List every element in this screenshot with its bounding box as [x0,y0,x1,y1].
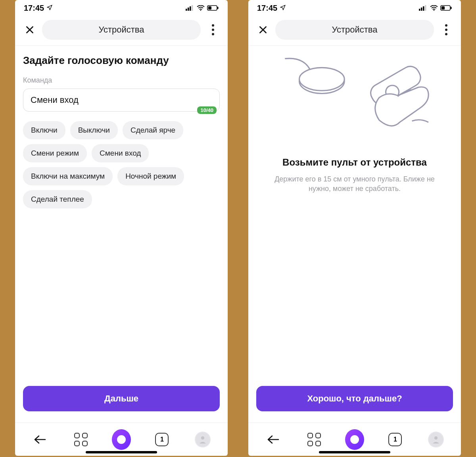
status-time: 17:45 [24,4,44,13]
cellular-icon [419,4,428,13]
header-title-pill[interactable]: Устройства [42,20,201,40]
back-button[interactable] [31,430,50,449]
chip[interactable]: Включи на максимум [23,167,113,185]
svg-rect-16 [441,6,445,10]
svg-rect-0 [186,9,187,11]
wifi-icon [197,4,205,13]
command-field-wrap: 10/40 [23,89,220,112]
profile-button[interactable] [426,430,445,449]
svg-point-4 [200,10,202,10]
status-time: 17:45 [257,4,277,13]
tab-count: 1 [388,433,402,446]
alice-icon [345,429,364,450]
content-area: Задайте голосовую команду Команда 10/40 … [15,46,228,386]
services-button[interactable] [71,430,90,449]
chip[interactable]: Ночной режим [117,167,184,185]
svg-rect-9 [419,9,420,11]
chip[interactable]: Сделай ярче [123,121,183,139]
chip[interactable]: Выключи [70,121,118,139]
svg-rect-7 [208,6,211,10]
phone-right: 17:45 Устройства [248,0,461,456]
svg-point-13 [434,10,435,10]
command-input[interactable] [23,89,220,112]
services-button[interactable] [305,430,324,449]
svg-rect-6 [217,7,219,9]
page-title: Задайте голосовую команду [23,54,220,67]
svg-rect-1 [188,8,189,11]
header-title-pill[interactable]: Устройства [275,20,434,40]
instruction-subtitle: Держите его в 15 см от умного пульта. Бл… [268,174,441,194]
alice-icon [112,429,131,450]
instruction-heading: Возьмите пульт от устройства [256,157,453,168]
chip[interactable]: Сделай теплее [23,190,92,208]
cellular-icon [186,4,194,13]
wifi-icon [430,4,438,13]
home-indicator[interactable] [319,451,390,453]
svg-point-21 [434,436,438,440]
next-button[interactable]: Дальше [23,386,220,411]
menu-button[interactable] [206,24,220,35]
suggestion-chips: Включи Выключи Сделай ярче Смени режим С… [23,121,220,208]
phone-left: 17:45 Устройства Задайте голосовую ко [15,0,228,456]
app-header: Устройства [15,16,228,46]
svg-rect-3 [192,5,193,11]
primary-label: Дальше [104,393,138,404]
tab-count: 1 [155,433,169,446]
app-header: Устройства [248,16,461,46]
svg-rect-12 [425,5,426,11]
avatar-icon [427,431,445,448]
illustration [256,48,453,151]
field-label: Команда [23,76,220,85]
location-icon [280,4,286,13]
status-bar: 17:45 [15,0,228,16]
svg-rect-10 [421,8,422,11]
continue-button[interactable]: Хорошо, что дальше? [256,386,453,411]
chip[interactable]: Смени режим [23,144,87,162]
chip[interactable]: Включи [23,121,65,139]
close-button[interactable] [256,23,270,37]
svg-point-8 [201,436,204,440]
svg-rect-15 [451,7,452,9]
back-button[interactable] [264,430,283,449]
profile-button[interactable] [193,430,212,449]
content-area: Возьмите пульт от устройства Держите его… [248,46,461,386]
close-button[interactable] [23,23,36,37]
header-title: Устройства [332,25,377,35]
tabs-button[interactable]: 1 [152,430,171,449]
home-indicator[interactable] [86,451,157,453]
battery-icon [440,4,452,13]
menu-button[interactable] [440,24,453,35]
status-bar: 17:45 [248,0,461,16]
primary-label: Хорошо, что дальше? [307,393,402,404]
tabs-button[interactable]: 1 [386,430,405,449]
alice-button[interactable] [345,430,364,449]
battery-icon [207,4,219,13]
alice-button[interactable] [112,430,131,449]
grid-icon [74,433,88,446]
grid-icon [307,433,321,446]
svg-point-18 [299,67,345,91]
location-icon [46,4,53,13]
svg-rect-11 [423,6,424,11]
char-counter: 10/40 [197,106,217,114]
svg-rect-2 [190,6,191,11]
avatar-icon [194,431,211,448]
header-title: Устройства [98,25,144,35]
chip[interactable]: Смени вход [92,144,149,162]
